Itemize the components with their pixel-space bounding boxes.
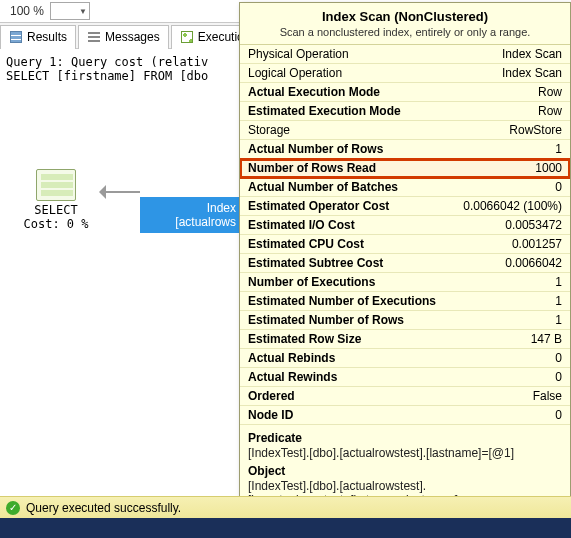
tooltip-row: OrderedFalse (240, 387, 570, 406)
row-key: Actual Rebinds (248, 350, 472, 366)
tooltip-row: Node ID0 (240, 406, 570, 425)
tab-label: Messages (105, 30, 160, 44)
tooltip-row: Estimated CPU Cost0.001257 (240, 235, 570, 254)
tooltip-row: Actual Execution ModeRow (240, 83, 570, 102)
operator-tooltip: Index Scan (NonClustered) Scan a nonclus… (239, 2, 571, 534)
tooltip-title: Index Scan (NonClustered) (240, 3, 570, 26)
tooltip-row: Estimated Number of Executions1 (240, 292, 570, 311)
row-key: Actual Rewinds (248, 369, 472, 385)
plan-node-cost: Cost: 0 % (20, 217, 92, 231)
row-value: 0.001257 (472, 236, 562, 252)
row-key: Actual Number of Rows (248, 141, 472, 157)
plan-arrow-icon (92, 185, 140, 199)
row-key: Storage (248, 122, 472, 138)
list-icon (87, 30, 101, 44)
row-value: RowStore (472, 122, 562, 138)
tooltip-row: Actual Number of Batches0 (240, 178, 570, 197)
row-key: Number of Rows Read (248, 160, 472, 176)
tooltip-row: Estimated Subtree Cost0.0066042 (240, 254, 570, 273)
tooltip-row: Physical OperationIndex Scan (240, 45, 570, 64)
row-key: Estimated CPU Cost (248, 236, 472, 252)
row-value: 1 (472, 274, 562, 290)
tab-label: Results (27, 30, 67, 44)
section-header: Object (248, 464, 562, 478)
status-text: Query executed successfully. (26, 501, 181, 515)
row-key: Estimated Row Size (248, 331, 472, 347)
row-value: 1 (472, 141, 562, 157)
row-value: Index Scan (472, 65, 562, 81)
row-key: Estimated Operator Cost (248, 198, 463, 214)
success-icon: ✓ (6, 501, 20, 515)
tab-results[interactable]: Results (0, 25, 76, 49)
tooltip-row: Actual Rebinds0 (240, 349, 570, 368)
plan-node-index-scan[interactable]: Index [actualrows (140, 197, 240, 233)
tooltip-row: Number of Executions1 (240, 273, 570, 292)
row-key: Physical Operation (248, 46, 472, 62)
section-value: [IndexTest].[dbo].[actualrowstest].[last… (248, 445, 562, 464)
tooltip-subtitle: Scan a nonclustered index, entirely or o… (240, 26, 570, 44)
row-value: Row (472, 84, 562, 100)
row-key: Node ID (248, 407, 472, 423)
tooltip-row: Estimated I/O Cost0.0053472 (240, 216, 570, 235)
row-value: 147 B (472, 331, 562, 347)
row-key: Actual Number of Batches (248, 179, 472, 195)
row-key: Actual Execution Mode (248, 84, 472, 100)
row-key: Estimated Execution Mode (248, 103, 472, 119)
select-result-icon (36, 169, 76, 201)
plan-node-line: [actualrows (144, 215, 236, 229)
row-key: Estimated I/O Cost (248, 217, 472, 233)
zoom-percent: 100 % (4, 4, 50, 18)
row-value: 1000 (472, 160, 562, 176)
row-value: Row (472, 103, 562, 119)
tooltip-row: Estimated Execution ModeRow (240, 102, 570, 121)
tooltip-row: Estimated Row Size147 B (240, 330, 570, 349)
object-line: [IndexTest].[dbo].[actualrowstest]. (248, 479, 426, 493)
tooltip-rows: Physical OperationIndex ScanLogical Oper… (240, 44, 570, 425)
row-value: 0.0066042 (100%) (463, 198, 562, 214)
tooltip-row: Actual Rewinds0 (240, 368, 570, 387)
tooltip-row: Actual Number of Rows1 (240, 140, 570, 159)
row-value: 0 (472, 350, 562, 366)
row-value: Index Scan (472, 46, 562, 62)
status-bar: ✓ Query executed successfully. (0, 496, 571, 518)
plan-node-label: SELECT (20, 203, 92, 217)
row-value: 0 (472, 407, 562, 423)
row-key: Number of Executions (248, 274, 472, 290)
plan-node-line: Index (144, 201, 236, 215)
tooltip-row: Logical OperationIndex Scan (240, 64, 570, 83)
row-key: Estimated Number of Rows (248, 312, 472, 328)
row-value: 1 (472, 293, 562, 309)
plan-icon (180, 30, 194, 44)
row-value: 0.0053472 (472, 217, 562, 233)
row-value: 0 (472, 369, 562, 385)
tooltip-row: Number of Rows Read1000 (240, 159, 570, 178)
tooltip-row: StorageRowStore (240, 121, 570, 140)
row-value: False (472, 388, 562, 404)
row-key: Logical Operation (248, 65, 472, 81)
row-key: Estimated Number of Executions (248, 293, 472, 309)
row-value: 1 (472, 312, 562, 328)
tab-messages[interactable]: Messages (78, 25, 169, 49)
tooltip-row: Estimated Number of Rows1 (240, 311, 570, 330)
plan-node-select[interactable]: SELECT Cost: 0 % (20, 169, 92, 231)
tooltip-row: Estimated Operator Cost0.0066042 (100%) (240, 197, 570, 216)
zoom-dropdown[interactable]: ▼ (50, 2, 90, 20)
row-key: Estimated Subtree Cost (248, 255, 472, 271)
row-value: 0 (472, 179, 562, 195)
chevron-down-icon: ▼ (79, 7, 87, 16)
section-header: Predicate (248, 431, 562, 445)
grid-icon (9, 30, 23, 44)
row-key: Ordered (248, 388, 472, 404)
row-value: 0.0066042 (472, 255, 562, 271)
connection-bar (0, 518, 571, 538)
